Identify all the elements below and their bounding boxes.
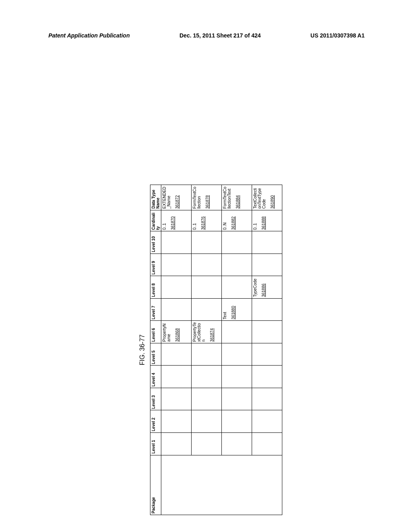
- header-left: Patent Application Publication: [48, 32, 130, 39]
- level2-cell: [161, 410, 192, 433]
- level10-cell: [192, 231, 222, 254]
- ref-number: 361868: [175, 322, 179, 342]
- header-level5: Level 5: [150, 343, 161, 366]
- level2-cell: [192, 410, 222, 433]
- header-cardinality: Cardinality: [150, 210, 161, 231]
- level5-cell: [192, 343, 222, 366]
- level1-cell: [192, 433, 222, 455]
- level1-cell: [252, 433, 282, 455]
- datatype-cell: FormTextCollection 361878: [192, 185, 222, 210]
- level8-cell: TypeCode 361886: [252, 276, 282, 299]
- figure-label: FIG. 36-77: [139, 185, 146, 515]
- level9-cell: [222, 254, 252, 276]
- level7-cell: [161, 298, 192, 321]
- level7-cell: [192, 298, 222, 321]
- level5-cell: [252, 343, 282, 366]
- data-table: Package Level 1 Level 2 Level 3 Level 4 …: [150, 185, 282, 515]
- cardinality-cell: 0..1 361876: [192, 210, 222, 231]
- ref-number: 361874: [210, 322, 214, 342]
- package-cell: [161, 455, 282, 515]
- ref-number: 361876: [201, 212, 205, 230]
- ref-number: 361888: [261, 212, 266, 230]
- level10-cell: [222, 231, 252, 254]
- page-header: Patent Application Publication Dec. 15, …: [0, 0, 413, 43]
- header-right: US 2011/0307398 A1: [311, 32, 365, 39]
- datatype-cell: EXTENDED_Name 361872: [161, 185, 192, 210]
- level2-cell: [252, 410, 282, 433]
- header-datatype: Data Type Name: [150, 185, 161, 210]
- ref-number: 361880: [231, 300, 236, 320]
- level6-cell: PropertyTextCollection 361874: [192, 321, 222, 343]
- level6-cell: [252, 321, 282, 343]
- cardinality-cell: 0..1 361888: [252, 210, 282, 231]
- level6-cell: [222, 321, 252, 343]
- level10-cell: [161, 231, 192, 254]
- cardinality-cell: 0..N 361882: [222, 210, 252, 231]
- level5-cell: [222, 343, 252, 366]
- ref-number: 361882: [231, 212, 236, 230]
- level9-cell: [192, 254, 222, 276]
- level3-cell: [192, 388, 222, 410]
- header-level1: Level 1: [150, 433, 161, 455]
- level10-cell: [252, 231, 282, 254]
- level4-cell: [192, 366, 222, 388]
- table-header-row: Package Level 1 Level 2 Level 3 Level 4 …: [150, 185, 161, 515]
- ref-number: 361890: [270, 186, 275, 209]
- level3-cell: [161, 388, 192, 410]
- ref-number: 361870: [171, 212, 175, 230]
- header-level2: Level 2: [150, 410, 161, 433]
- header-center: Dec. 15, 2011 Sheet 217 of 424: [179, 32, 261, 39]
- ref-number: 361878: [205, 186, 210, 209]
- level7-cell: Text 361880: [222, 298, 252, 321]
- datatype-cell: TextCollectionTextTypeCode 361890: [252, 185, 282, 210]
- ref-number: 361886: [261, 277, 266, 297]
- level3-cell: [252, 388, 282, 410]
- level4-cell: [161, 366, 192, 388]
- header-package: Package: [150, 455, 161, 515]
- level6-cell: PropertyName 361868: [161, 321, 192, 343]
- header-level9: Level 9: [150, 254, 161, 276]
- level8-cell: [192, 276, 222, 299]
- header-level7: Level 7: [150, 298, 161, 321]
- level9-cell: [161, 254, 192, 276]
- table-row: PropertyName 361868 0..1 361870 EXTENDED…: [161, 185, 192, 515]
- level8-cell: [222, 276, 252, 299]
- level1-cell: [222, 433, 252, 455]
- header-level6: Level 6: [150, 321, 161, 343]
- ref-number: 361872: [175, 186, 179, 209]
- header-level4: Level 4: [150, 366, 161, 388]
- level4-cell: [252, 366, 282, 388]
- level3-cell: [222, 388, 252, 410]
- datatype-cell: FormTextCollectionText 361884: [222, 185, 252, 210]
- ref-number: 361884: [236, 186, 240, 209]
- level4-cell: [222, 366, 252, 388]
- level5-cell: [161, 343, 192, 366]
- level8-cell: [161, 276, 192, 299]
- header-level3: Level 3: [150, 388, 161, 410]
- level9-cell: [252, 254, 282, 276]
- level2-cell: [222, 410, 252, 433]
- cardinality-cell: 0..1 361870: [161, 210, 192, 231]
- header-level10: Level 10: [150, 231, 161, 254]
- level1-cell: [161, 433, 192, 455]
- header-level8: Level 8: [150, 276, 161, 299]
- level7-cell: [252, 298, 282, 321]
